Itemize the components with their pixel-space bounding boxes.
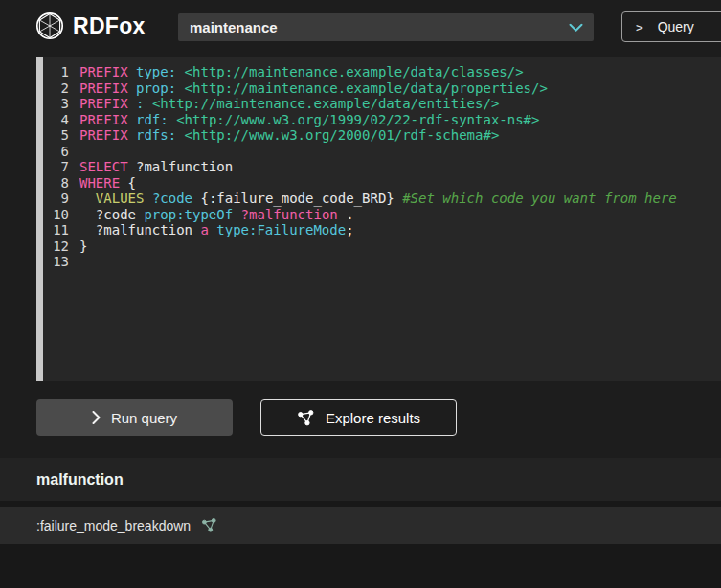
code-token: PREFIX [79,96,136,111]
code-token: {:failure_mode_code_BRD} [200,191,402,206]
code-token: VALUES [96,191,152,206]
code-line: PREFIX rdf: <http://www.w3.org/1999/02/2… [79,112,717,128]
code-line: PREFIX rdfs: <http://www.w3.org/2000/01/… [79,127,717,144]
code-token: PREFIX [79,112,136,127]
code-token: { [128,175,136,191]
line-number: 13 [43,254,69,270]
code-token: PREFIX [79,64,136,79]
code-token: <http://www.w3.org/2000/01/rdf-schema#> [185,127,500,143]
brand-name: RDFox [73,13,146,39]
code-token: a [200,222,216,237]
line-number: 7 [43,159,69,175]
code-token: prop: [136,80,185,96]
code-token [79,191,96,206]
editor-code: PREFIX type: <http://maintenance.example… [79,64,717,270]
dataset-select-value: maintenance [190,19,278,35]
query-editor[interactable]: 12345678910111213 PREFIX type: <http://m… [36,57,721,381]
line-number: 5 [43,127,69,144]
result-row[interactable]: :failure_mode_breakdown [0,507,721,544]
line-number: 10 [43,207,69,223]
explore-results-button[interactable]: Explore results [260,399,457,436]
explore-icon [297,409,315,427]
code-line: WHERE { [79,175,717,192]
chevron-right-icon [92,411,101,424]
run-query-button[interactable]: Run query [36,399,233,436]
code-token: ?code [152,191,201,206]
code-token: PREFIX [79,80,136,96]
code-token: ?malfunction [79,222,200,237]
code-token: PREFIX [79,127,136,143]
editor-gutter: 12345678910111213 [43,64,69,270]
topbar: RDFox maintenance >_ Query [0,0,721,54]
code-line: ?code prop:typeOf ?malfunction . [79,207,717,223]
code-token: <http://maintenance.example/data/classes… [185,64,524,79]
code-token: ?code [79,207,144,222]
code-token: WHERE [79,175,128,191]
rdfox-console: RDFox maintenance >_ Query 1234567891011… [0,0,721,588]
line-number: 8 [43,175,69,192]
code-token: rdf: [136,112,176,127]
code-token: ?malfunction [241,207,347,222]
code-token: <http://maintenance.example/data/propert… [185,80,548,96]
line-number: 4 [43,112,69,128]
code-line: PREFIX type: <http://maintenance.example… [79,64,717,80]
code-token: SELECT [79,159,136,174]
line-number: 1 [43,64,69,80]
code-line: SELECT ?malfunction [79,159,717,175]
code-token: prop:typeOf [144,207,240,222]
explore-results-label: Explore results [326,410,420,426]
code-line [79,254,717,270]
line-number: 2 [43,80,69,97]
code-line: VALUES ?code {:failure_mode_code_BRD} #S… [79,191,717,207]
code-token: } [79,238,87,254]
code-line [79,144,717,160]
code-token: <http://maintenance.example/data/entitie… [152,96,499,111]
code-token: ?malfunction [136,159,233,174]
brand: RDFox [34,11,146,41]
code-line: ?malfunction a type:FailureMode; [79,222,717,238]
line-number: 3 [43,96,69,112]
terminal-icon: >_ [636,20,649,34]
code-token: . [346,207,353,222]
line-number: 6 [43,144,69,160]
results-header: malfunction [0,458,721,501]
code-token: #Set which code you want from here [402,191,677,206]
code-token: ; [346,222,353,237]
chevron-down-icon [569,23,583,32]
results-header-title: malfunction [36,471,124,488]
dataset-select[interactable]: maintenance [178,13,594,41]
line-number: 9 [43,191,69,207]
rdfox-logo-icon [34,11,65,41]
editor-scrollbar[interactable] [36,57,43,381]
results-section: malfunction :failure_mode_breakdown [0,458,721,588]
query-button-label: Query [658,19,694,34]
result-value: :failure_mode_breakdown [36,518,191,533]
run-query-label: Run query [111,410,177,426]
query-button[interactable]: >_ Query [621,11,721,42]
code-token: type: [136,64,185,79]
code-line: PREFIX prop: <http://maintenance.example… [79,80,717,97]
line-number: 11 [43,222,69,238]
explore-icon[interactable] [201,517,217,533]
line-number: 12 [43,238,69,255]
code-token: : [136,96,152,111]
code-token: <http://www.w3.org/1999/02/22-rdf-syntax… [176,112,539,127]
code-line: } [79,238,717,255]
code-line: PREFIX : <http://maintenance.example/dat… [79,96,717,112]
code-token: rdfs: [136,127,185,143]
code-token: type:FailureMode [216,222,346,237]
